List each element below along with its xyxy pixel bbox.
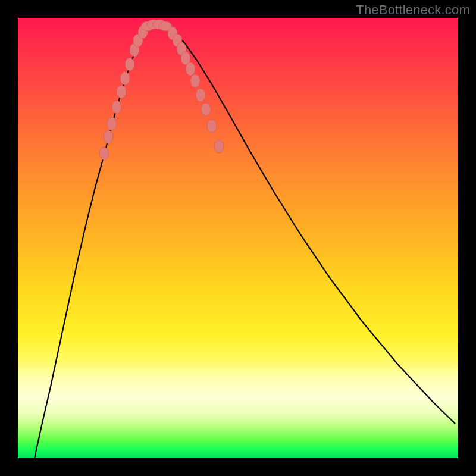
marker-right-6: [196, 89, 205, 102]
chart-svg: [18, 18, 458, 458]
marker-right-7: [201, 103, 211, 116]
marker-left-1: [104, 130, 113, 143]
marker-right-5: [190, 74, 200, 87]
marker-left-2: [107, 117, 117, 130]
bottleneck-curve: [35, 25, 455, 458]
marker-left-4: [117, 85, 126, 98]
marker-right-9: [214, 140, 224, 153]
marker-left-5: [120, 72, 130, 85]
curve-markers: [99, 20, 224, 160]
marker-left-0: [99, 147, 109, 160]
marker-left-3: [112, 101, 121, 114]
chart-frame: TheBottleneck.com: [0, 0, 476, 476]
watermark-text: TheBottleneck.com: [356, 2, 470, 18]
marker-left-6: [125, 58, 134, 71]
marker-right-8: [207, 120, 217, 133]
plot-area: [18, 18, 458, 458]
marker-right-4: [186, 62, 195, 76]
